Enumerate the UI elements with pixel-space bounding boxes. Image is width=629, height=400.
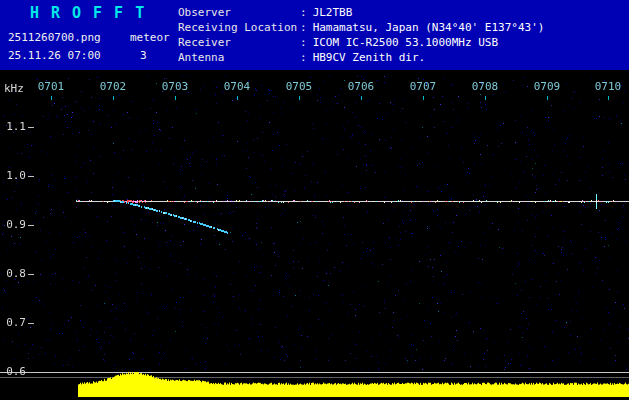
y-axis-tick bbox=[28, 372, 34, 373]
info-colon: : bbox=[300, 6, 307, 19]
x-axis-tick bbox=[175, 96, 176, 100]
output-filename: 2511260700.png bbox=[8, 31, 126, 44]
header-left: HROFFT 2511260700.pngmeteor 25.11.26 07:… bbox=[0, 0, 178, 70]
info-row-location: Receiving Location:Hamamatsu, Japan (N34… bbox=[178, 20, 544, 35]
x-tick-label: 0709 bbox=[534, 80, 561, 93]
y-axis-tick bbox=[28, 274, 34, 275]
mode-label: meteor bbox=[130, 31, 170, 44]
info-value: HB9CV Zenith dir. bbox=[313, 51, 426, 64]
timestamp: 25.11.26 07:00 bbox=[8, 49, 126, 62]
header-time-row: 25.11.26 07:003 bbox=[8, 44, 147, 63]
x-tick-label: 0708 bbox=[472, 80, 499, 93]
x-axis-tick bbox=[51, 96, 52, 100]
hrofft-window: HROFFT 2511260700.pngmeteor 25.11.26 07:… bbox=[0, 0, 629, 400]
x-axis-tick bbox=[547, 96, 548, 100]
info-value: Hamamatsu, Japan (N34°40' E137°43') bbox=[313, 21, 545, 34]
x-tick-label: 0707 bbox=[410, 80, 437, 93]
info-label: Antenna bbox=[178, 50, 300, 65]
y-tick-label: 1.0 bbox=[0, 169, 26, 182]
header-file-row: 2511260700.pngmeteor bbox=[8, 26, 170, 45]
meteor-count: 3 bbox=[140, 49, 147, 62]
info-label: Receiving Location bbox=[178, 20, 300, 35]
y-tick-label: 0.9 bbox=[0, 218, 26, 231]
y-tick-label: 0.7 bbox=[0, 316, 26, 329]
y-tick-label: 1.1 bbox=[0, 120, 26, 133]
info-value: JL2TBB bbox=[313, 6, 353, 19]
x-axis-tick bbox=[299, 96, 300, 100]
app-title: HROFFT bbox=[30, 4, 156, 22]
info-row-antenna: Antenna:HB9CV Zenith dir. bbox=[178, 50, 544, 65]
y-axis-tick bbox=[28, 176, 34, 177]
y-axis-tick bbox=[28, 323, 34, 324]
x-axis-tick bbox=[423, 96, 424, 100]
x-axis-tick bbox=[608, 96, 609, 100]
x-axis-tick bbox=[485, 96, 486, 100]
x-axis-tick bbox=[113, 96, 114, 100]
y-tick-label: 0.8 bbox=[0, 267, 26, 280]
x-tick-label: 0704 bbox=[224, 80, 251, 93]
y-axis-tick bbox=[28, 127, 34, 128]
info-colon: : bbox=[300, 21, 307, 34]
x-tick-label: 0702 bbox=[100, 80, 127, 93]
x-axis-tick bbox=[237, 96, 238, 100]
y-tick-label: 0.6 bbox=[0, 365, 26, 378]
y-axis-unit: kHz bbox=[4, 82, 24, 95]
x-tick-label: 0710 bbox=[595, 80, 622, 93]
info-row-observer: Observer:JL2TBB bbox=[178, 5, 544, 20]
info-colon: : bbox=[300, 51, 307, 64]
y-axis-tick bbox=[28, 225, 34, 226]
spectrogram-canvas bbox=[0, 70, 629, 400]
x-tick-label: 0703 bbox=[162, 80, 189, 93]
x-tick-label: 0701 bbox=[38, 80, 65, 93]
x-tick-label: 0705 bbox=[286, 80, 313, 93]
x-axis-tick bbox=[361, 96, 362, 100]
info-row-receiver: Receiver:ICOM IC-R2500 53.1000MHz USB bbox=[178, 35, 544, 50]
info-label: Receiver bbox=[178, 35, 300, 50]
info-label: Observer bbox=[178, 5, 300, 20]
info-value: ICOM IC-R2500 53.1000MHz USB bbox=[313, 36, 498, 49]
x-tick-label: 0706 bbox=[348, 80, 375, 93]
header: HROFFT 2511260700.pngmeteor 25.11.26 07:… bbox=[0, 0, 629, 70]
station-info: Observer:JL2TBB Receiving Location:Hamam… bbox=[178, 5, 544, 65]
spectrogram-panel: kHz 1.1 1.0 0.9 0.8 0.7 0.6 0701 0702 07… bbox=[0, 70, 629, 400]
info-colon: : bbox=[300, 36, 307, 49]
